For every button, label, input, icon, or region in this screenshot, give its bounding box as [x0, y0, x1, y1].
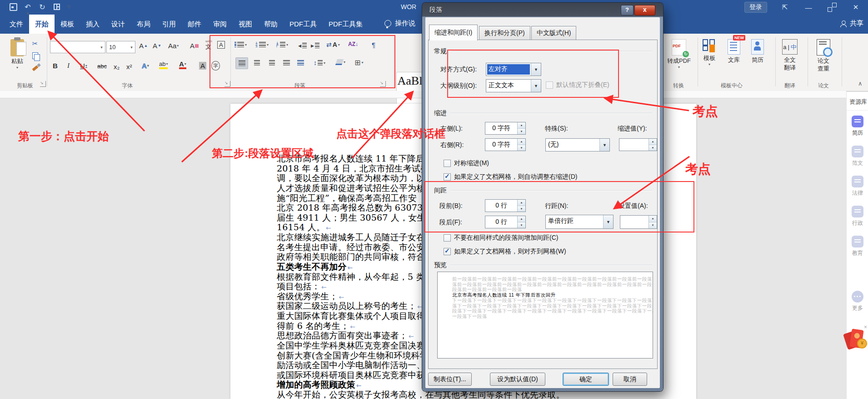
text-effects-button[interactable]: A▾: [142, 62, 149, 70]
align-left-button[interactable]: [235, 57, 248, 69]
tab-3[interactable]: 插入: [80, 15, 105, 34]
resource-library-header[interactable]: 资源库 ▾: [849, 98, 868, 106]
bold-button[interactable]: B: [53, 62, 58, 70]
indent-right-spinner[interactable]: 0 字符▲▼: [485, 138, 526, 151]
no-space-same-style-checkbox[interactable]: 不要在相同样式的段落间增加间距(C): [444, 234, 558, 242]
bullets-button[interactable]: ▾: [234, 42, 247, 47]
text-highlight-button[interactable]: ab▾: [159, 61, 168, 69]
red-packet-promo[interactable]: × ¥: [843, 324, 868, 360]
space-before-spinner[interactable]: 0 行▲▼: [485, 199, 526, 212]
collapsed-by-default-checkbox[interactable]: 默认情况下折叠(E): [546, 81, 609, 89]
full-translate-button[interactable]: a|中 全文翻译: [778, 39, 802, 71]
justify-button[interactable]: [280, 57, 292, 68]
superscript-button[interactable]: x²: [126, 63, 132, 71]
tab-5[interactable]: 布局: [131, 15, 156, 34]
combo-arrow-icon[interactable]: ▼: [603, 215, 613, 228]
change-case-button[interactable]: Aa▾: [168, 42, 179, 50]
paper-check-button[interactable]: 论文查重: [812, 39, 835, 72]
redo-icon[interactable]: ↻: [38, 3, 46, 11]
font-size-combo[interactable]: 10▾: [106, 41, 135, 53]
sort-button[interactable]: AZ↓: [348, 41, 358, 47]
dialog-tab-2[interactable]: 中文版式(H): [531, 26, 576, 40]
dialog-button-2[interactable]: 确定: [563, 373, 609, 386]
promo-close-icon[interactable]: ×: [864, 324, 867, 330]
tab-11[interactable]: PDF工具: [284, 15, 323, 34]
document-line[interactable]: 从今年开始，公安英模子女报考高校，在与其他考生同等条件下优先录取。: [277, 390, 565, 399]
font-name-combo[interactable]: ▾: [50, 41, 105, 53]
combo-arrow-icon[interactable]: ▼: [531, 63, 541, 76]
mirror-indents-checkbox[interactable]: 对称缩进(M): [444, 159, 489, 167]
minimize-button[interactable]: —: [803, 4, 814, 11]
sidebar-item-范文[interactable]: 范文: [852, 146, 863, 176]
font-dialog-launcher[interactable]: ↘: [224, 81, 230, 87]
combo-arrow-icon[interactable]: ▼: [599, 139, 609, 151]
tab-1[interactable]: 开始: [29, 15, 55, 34]
tell-me-search[interactable]: 操作说: [384, 19, 415, 28]
distribute-button[interactable]: [294, 57, 306, 68]
dialog-close-button[interactable]: x: [634, 5, 655, 15]
show-marks-button[interactable]: ¶: [372, 41, 375, 49]
collapse-ribbon-icon[interactable]: ∧: [858, 80, 863, 87]
special-combo[interactable]: (无)▼: [545, 138, 610, 152]
grow-font-button[interactable]: A▲: [139, 42, 148, 50]
clipboard-dialog-launcher[interactable]: ↘: [40, 81, 46, 87]
numbering-button[interactable]: 123▾: [255, 42, 269, 47]
save-icon[interactable]: [9, 3, 17, 11]
library-button[interactable]: NEW 文库: [723, 39, 744, 64]
sidebar-item-教育[interactable]: 教育: [852, 236, 863, 266]
sidebar-item-法律[interactable]: 法律: [852, 176, 863, 206]
sidebar-item-简历[interactable]: 简历: [852, 116, 863, 146]
shading-button[interactable]: ▾: [336, 59, 345, 65]
ribbon-display-options-icon[interactable]: ⇱: [779, 3, 791, 11]
align-center-button[interactable]: [251, 57, 263, 68]
multilevel-list-button[interactable]: 1ai▾: [276, 42, 288, 47]
font-color-button[interactable]: A▾: [179, 61, 186, 69]
tab-4[interactable]: 设计: [105, 15, 131, 34]
character-border-button[interactable]: A: [217, 41, 225, 49]
paragraph-dialog-launcher[interactable]: ↘: [380, 81, 386, 87]
indent-by-spinner[interactable]: ▲▼: [619, 138, 657, 151]
sidebar-item-更多[interactable]: 更多: [852, 291, 863, 321]
paste-dropdown-icon[interactable]: ▾: [5, 66, 29, 70]
tab-2[interactable]: 模板: [55, 15, 80, 34]
sidebar-item-行政[interactable]: 行政: [852, 206, 863, 236]
format-painter-icon[interactable]: [30, 64, 40, 73]
clear-formatting-button[interactable]: A: [190, 42, 199, 50]
dialog-button-1[interactable]: 设为默认值(D): [490, 373, 545, 386]
dialog-button-0[interactable]: 制表位(T)...: [428, 373, 472, 386]
snap-to-grid-checkbox[interactable]: 如果定义了文档网格，则对齐到网格(W): [444, 247, 566, 256]
decrease-indent-button[interactable]: ◂: [298, 42, 307, 49]
login-button[interactable]: 登录: [744, 2, 767, 13]
tab-10[interactable]: 帮助: [258, 15, 284, 34]
cut-icon[interactable]: ✂: [30, 39, 40, 48]
tab-6[interactable]: 引用: [156, 15, 182, 34]
resume-button[interactable]: 简历: [747, 39, 768, 64]
tab-0[interactable]: 文件: [4, 15, 29, 34]
dialog-tab-0[interactable]: 缩进和间距(I): [429, 25, 478, 40]
line-spacing-combo[interactable]: 单倍行距▼: [545, 215, 614, 229]
shrink-font-button[interactable]: A▼: [153, 42, 161, 50]
tab-12[interactable]: PDF工具集: [323, 15, 369, 34]
increase-indent-button[interactable]: ▸: [311, 42, 319, 49]
outline-level-combo[interactable]: 正文文本▼: [486, 79, 541, 92]
window-switch-icon[interactable]: [53, 3, 61, 11]
indent-left-spinner[interactable]: 0 字符▲▼: [485, 122, 526, 135]
convert-to-pdf-button[interactable]: 转成PDF ▾: [666, 39, 692, 69]
paste-button[interactable]: 粘贴 ▾: [5, 38, 29, 80]
alignment-combo[interactable]: 左对齐▼: [486, 63, 541, 76]
dialog-tab-1[interactable]: 换行和分页(P): [479, 26, 530, 40]
borders-button[interactable]: ⊞▾: [354, 58, 363, 67]
enclose-characters-button[interactable]: 字: [211, 61, 220, 71]
tab-9[interactable]: 视图: [233, 15, 258, 34]
undo-icon[interactable]: ↶▾: [24, 3, 32, 11]
combo-arrow-icon[interactable]: ▼: [531, 80, 541, 92]
auto-adjust-right-indent-checkbox[interactable]: 如果定义了文档网格，则自动调整右缩进(D): [444, 173, 577, 181]
align-right-button[interactable]: [266, 57, 278, 68]
space-after-spinner[interactable]: 0 行▲▼: [485, 216, 526, 228]
share-button[interactable]: 共享: [840, 19, 863, 28]
italic-button[interactable]: I: [67, 62, 70, 70]
tab-7[interactable]: 邮件: [182, 15, 207, 34]
dialog-button-3[interactable]: 取消: [613, 373, 647, 386]
strikethrough-button[interactable]: abc: [97, 63, 107, 70]
spacing-at-spinner[interactable]: ▲▼: [620, 215, 657, 229]
